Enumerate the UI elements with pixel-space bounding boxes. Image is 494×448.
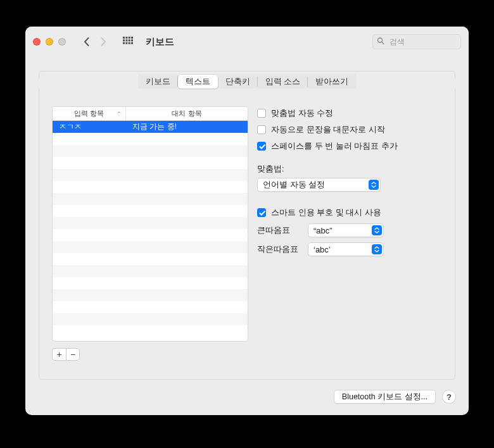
tab-text[interactable]: 텍스트 [178,75,218,89]
svg-rect-5 [125,39,127,41]
svg-rect-3 [131,37,133,39]
window-title: 키보드 [146,36,174,48]
option-double-space: 스페이스를 두 번 눌러 마침표 추가 [257,140,442,152]
svg-rect-6 [129,39,130,41]
column-header-input[interactable]: 입력 항목 ⌃ [53,107,126,120]
tab-shortcuts[interactable]: 단축키 [218,75,258,89]
table-row[interactable] [53,217,248,229]
double-quote-value: “abc” [314,226,332,235]
table-row[interactable]: ㅈㄱㅈ 지금 가는 중! [53,121,248,133]
svg-rect-1 [125,37,127,39]
table-row[interactable] [53,133,248,145]
svg-rect-7 [131,39,133,41]
spelling-select[interactable]: 언어별 자동 설정 [257,178,381,192]
select-arrows-icon [369,180,379,190]
table-row[interactable] [53,325,248,337]
svg-rect-9 [125,42,127,44]
table-row[interactable] [53,181,248,193]
minus-icon: − [70,349,75,359]
svg-point-12 [378,38,383,42]
table-row[interactable] [53,157,248,169]
remove-button[interactable]: − [66,348,80,361]
column-header-replace-label: 대치 항목 [172,109,201,118]
segmented-control: 키보드 텍스트 단축키 입력 소스 받아쓰기 [138,75,356,89]
add-button[interactable]: + [52,348,66,361]
select-arrows-icon [372,244,382,254]
minimize-button[interactable] [46,38,53,46]
chevron-right-icon [100,37,106,46]
select-arrows-icon [372,225,382,235]
search-input[interactable] [372,34,461,49]
quote-grid: 큰따옴표 “abc” 작은따옴표 ‘abc’ [257,223,442,256]
table-row[interactable] [53,193,248,205]
cell-input: ㅈㄱㅈ [53,121,126,133]
tabs: 키보드 텍스트 단축키 입력 소스 받아쓰기 [38,75,456,89]
help-icon: ? [446,392,452,402]
double-quote-label: 큰따옴표 [257,225,300,236]
sort-caret-icon: ⌃ [117,111,122,117]
table-header: 입력 항목 ⌃ 대치 항목 [53,107,248,121]
column-header-replace[interactable]: 대치 항목 [126,107,248,120]
table-row[interactable] [53,205,248,217]
autocorrect-checkbox[interactable] [257,109,266,118]
double-space-checkbox[interactable] [257,142,266,151]
svg-rect-8 [123,42,125,44]
replacements-table: 입력 항목 ⌃ 대치 항목 ㅈㄱㅈ 지금 가는 중! [52,106,248,342]
table-row[interactable] [53,289,248,301]
table-row[interactable] [53,301,248,313]
tab-input-sources[interactable]: 입력 소스 [258,75,308,89]
tab-keyboard[interactable]: 키보드 [138,75,178,89]
option-smart-quotes: 스마트 인용 부호 및 대시 사용 [257,207,442,218]
option-capitalize: 자동으로 문장을 대문자로 시작 [257,124,442,135]
close-button[interactable] [33,38,41,46]
column-header-input-label: 입력 항목 [74,109,104,118]
show-all-button[interactable] [122,35,134,48]
grid-icon [123,37,133,47]
table-row[interactable] [53,313,248,325]
bluetooth-keyboard-button[interactable]: Bluetooth 키보드 설정... [334,390,436,404]
autocorrect-label: 맞춤법 자동 수정 [271,108,333,119]
cell-replace: 지금 가는 중! [126,121,248,133]
chevron-left-icon [84,37,90,46]
left-pane: 입력 항목 ⌃ 대치 항목 ㅈㄱㅈ 지금 가는 중! [52,106,248,379]
table-row[interactable] [53,145,248,157]
forward-button [96,35,110,49]
capitalize-checkbox[interactable] [257,125,266,134]
spelling-value: 언어별 자동 설정 [263,179,325,190]
content: 키보드 텍스트 단축키 입력 소스 받아쓰기 입력 항목 ⌃ 대치 항목 [25,57,469,390]
tab-dictation[interactable]: 받아쓰기 [308,75,356,89]
double-quote-row: 큰따옴표 “abc” [257,223,442,237]
table-row[interactable] [53,229,248,241]
table-body[interactable]: ㅈㄱㅈ 지금 가는 중! [53,121,248,341]
titlebar: 키보드 [25,27,469,57]
double-space-label: 스페이스를 두 번 눌러 마침표 추가 [271,140,398,152]
svg-rect-10 [129,42,130,44]
table-row[interactable] [53,169,248,181]
table-row[interactable] [53,277,248,289]
table-row[interactable] [53,265,248,277]
option-autocorrect: 맞춤법 자동 수정 [257,108,442,119]
back-button[interactable] [80,35,94,49]
smart-quotes-checkbox[interactable] [257,208,266,217]
right-pane: 맞춤법 자동 수정 자동으로 문장을 대문자로 시작 스페이스를 두 번 눌러 … [257,106,442,379]
single-quote-select[interactable]: ‘abc’ [308,242,384,256]
svg-line-13 [382,42,384,44]
double-quote-select[interactable]: “abc” [308,223,384,237]
table-row[interactable] [53,241,248,253]
single-quote-label: 작은따옴표 [257,244,300,255]
traffic-lights [33,38,66,46]
spelling-label: 맞춤법: [257,163,442,175]
capitalize-label: 자동으로 문장을 대문자로 시작 [271,124,385,135]
svg-rect-2 [129,37,130,39]
search-icon [377,37,384,47]
preferences-window: 키보드 키보드 텍스트 단축키 입력 소스 받아쓰기 [25,27,469,415]
svg-rect-11 [131,42,133,44]
table-row[interactable] [53,253,248,265]
plus-icon: + [56,349,61,359]
nav-arrows [80,35,110,49]
svg-rect-0 [123,37,125,39]
bluetooth-keyboard-label: Bluetooth 키보드 설정... [342,392,428,402]
help-button[interactable]: ? [442,390,456,404]
smart-quotes-label: 스마트 인용 부호 및 대시 사용 [271,207,381,218]
add-remove-buttons: + − [52,348,248,361]
